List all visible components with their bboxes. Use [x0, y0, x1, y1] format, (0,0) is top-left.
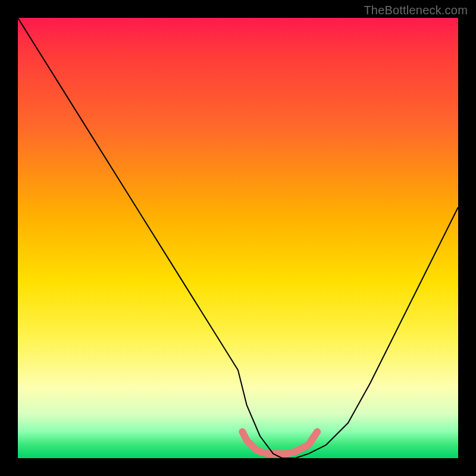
- watermark-text: TheBottleneck.com: [364, 4, 468, 17]
- chart-overlay-svg: [18, 18, 458, 458]
- bottleneck-zone-marker: [242, 432, 317, 454]
- bottleneck-curve: [18, 18, 458, 458]
- plot-area: [18, 18, 458, 458]
- chart-frame: TheBottleneck.com: [0, 0, 476, 476]
